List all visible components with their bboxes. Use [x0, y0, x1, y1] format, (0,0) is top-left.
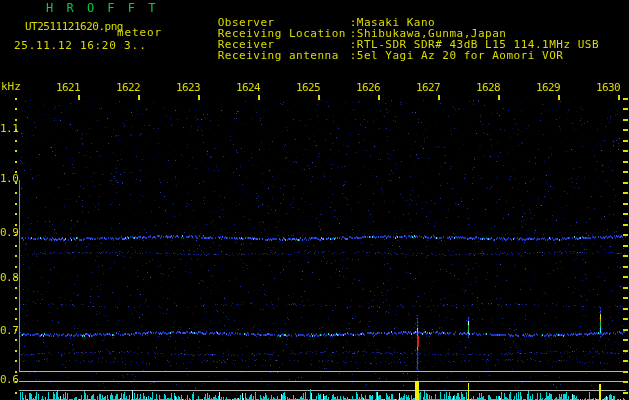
info-row-observer: Observer:Masaki Kano: [175, 6, 599, 17]
band-mode-label: meteor: [117, 27, 162, 38]
echo-count-label: 3..: [124, 40, 147, 51]
freq-tick-label: 0.9: [0, 227, 18, 238]
freq-tick-label: 0.7: [0, 325, 18, 336]
time-tick-label: 1625: [292, 82, 320, 93]
time-tick-label: 1622: [112, 82, 140, 93]
freq-tick-label: 0.8: [0, 272, 18, 283]
time-tick-label: 1629: [532, 82, 560, 93]
hrofft-window: H R O F F T UT2511121620.png meteor 25.1…: [0, 0, 629, 400]
station-info: Observer:Masaki Kano Receiving Location:…: [175, 6, 599, 50]
time-tick-label: 1626: [352, 82, 380, 93]
freq-tick-label: 0.6: [0, 374, 18, 385]
datetime-label: 25.11.12 16:20: [14, 40, 117, 51]
time-tick-label: 1628: [472, 82, 500, 93]
time-tick-label: 1621: [52, 82, 80, 93]
info-label: Receiving antenna: [218, 50, 350, 61]
capture-filename: UT2511121620.png: [25, 21, 123, 32]
time-tick-label: 1627: [412, 82, 440, 93]
time-tick-label: 1623: [172, 82, 200, 93]
freq-tick-label: 1.1: [0, 123, 18, 134]
info-value: :5el Yagi Az 20 for Aomori VOR: [350, 49, 564, 62]
app-title: H R O F F T: [46, 3, 158, 14]
time-tick-label: 1630: [592, 82, 620, 93]
freq-axis-unit: kHz: [1, 81, 21, 92]
freq-tick-label: 1.0: [0, 173, 18, 184]
time-tick-label: 1624: [232, 82, 260, 93]
